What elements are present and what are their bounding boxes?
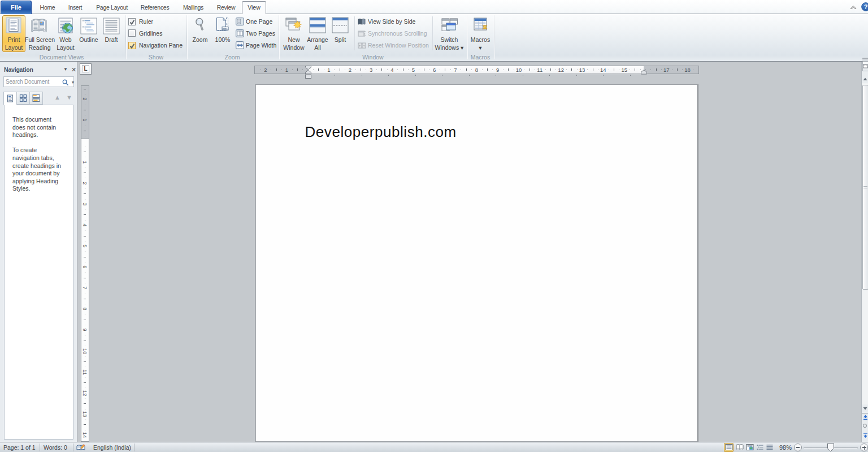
svg-text:?: ? bbox=[864, 3, 868, 10]
